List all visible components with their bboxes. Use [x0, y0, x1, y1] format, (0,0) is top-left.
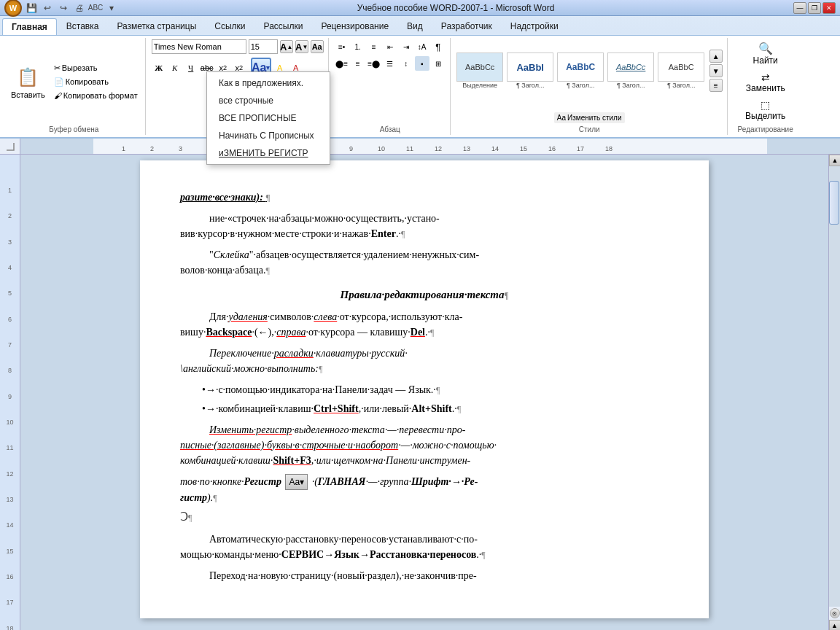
- redo-qat[interactable]: ↪: [57, 1, 70, 15]
- styles-scroll-up[interactable]: ▲: [709, 50, 723, 63]
- horizontal-ruler: (function() { const ruler = document.get…: [20, 139, 840, 155]
- select-button[interactable]: ⬚ Выделить: [745, 97, 785, 123]
- save-qat[interactable]: 💾: [25, 1, 38, 15]
- ruler-mark: 10: [378, 145, 385, 152]
- ruler-num-3: 3: [8, 238, 12, 246]
- style-default[interactable]: AaBbCс Выделение: [456, 52, 504, 89]
- style-default-preview: AaBbCс: [456, 52, 503, 82]
- select-browse-object[interactable]: ⊙: [830, 608, 840, 618]
- tab-view[interactable]: Вид: [398, 18, 432, 35]
- align-right-button[interactable]: ≡⬤: [367, 56, 381, 71]
- format-painter-button[interactable]: 🖌 Копировать формат: [51, 90, 141, 101]
- text-alt-shift: Alt+Shift: [411, 403, 451, 414]
- decrease-font-button[interactable]: A▼: [295, 40, 308, 53]
- styles-area: AaBbCс Выделение AaBbI ¶ Загол... AaBbC …: [456, 50, 723, 92]
- ruler-mark: 17: [577, 145, 584, 152]
- register-inline-button[interactable]: Aa▾: [285, 474, 308, 490]
- style-h2-label: ¶ Загол...: [567, 82, 594, 89]
- titlebar-controls[interactable]: — ❐ ✕: [793, 2, 836, 14]
- tab-developer[interactable]: Разработчик: [432, 18, 501, 35]
- tab-layout[interactable]: Разметка страницы: [108, 18, 205, 35]
- bold-button[interactable]: Ж: [152, 61, 166, 75]
- style-heading1[interactable]: AaBbI ¶ Загол...: [507, 52, 554, 89]
- abc-qat[interactable]: ABC: [89, 1, 102, 15]
- minimize-button[interactable]: —: [793, 2, 806, 14]
- text-6a: Изменить·регистр: [209, 424, 292, 435]
- style-heading2[interactable]: AaBbC ¶ Загол...: [557, 52, 604, 89]
- increase-indent-button[interactable]: ⇥: [399, 39, 413, 54]
- styles-more[interactable]: ≡: [709, 79, 723, 92]
- ruler-num-11: 11: [6, 444, 13, 451]
- print-qat[interactable]: 🖨: [73, 1, 86, 15]
- ruler-mark: 13: [463, 145, 470, 152]
- editing-content: 🔍 Найти ⇄ Заменить ⬚ Выделить: [745, 39, 785, 133]
- ribbon-content: 📋 Вставить ✂ Вырезать 📄 Копировать 🖌 Коп…: [0, 35, 840, 137]
- align-left-button[interactable]: ⬤≡: [335, 56, 349, 71]
- doc-para-6: Изменить·регистр·выделенного·текста·—·пе…: [180, 422, 669, 468]
- tab-review[interactable]: Рецензирование: [312, 18, 397, 35]
- text-7e: ·—·группа·: [365, 476, 411, 487]
- doc-para-5: Переключение·расладки·клавиатуры·русский…: [180, 346, 669, 376]
- style-heading4[interactable]: AaBbC ¶ Загол...: [658, 52, 705, 89]
- style-h4-label: ¶ Загол...: [667, 82, 695, 89]
- increase-font-button[interactable]: A▲: [280, 40, 293, 53]
- doc-para-1: разите·все·знаки): ¶: [180, 190, 669, 205]
- scroll-track[interactable]: [829, 166, 840, 607]
- document-page[interactable]: разите·все·знаки): ¶ ние·«строчек·на·абз…: [140, 160, 709, 618]
- more-qat[interactable]: ▾: [105, 1, 118, 15]
- styles-scroll-down[interactable]: ▼: [709, 64, 723, 77]
- text-6c: писные·(заглавные)·буквы·в·строчные·и·на…: [180, 440, 398, 451]
- prev-page-button[interactable]: ▲: [829, 620, 841, 630]
- tab-insert[interactable]: Вставка: [58, 18, 108, 35]
- change-case-dropdown-icon: ▾: [266, 64, 270, 71]
- show-marks-button[interactable]: ¶: [431, 39, 446, 54]
- cut-button[interactable]: ✂ Вырезать: [51, 62, 141, 74]
- font-name-input[interactable]: [152, 39, 246, 54]
- text-5a: Переключение·: [209, 348, 274, 359]
- italic-button[interactable]: К: [168, 61, 182, 75]
- find-button[interactable]: 🔍 Найти: [745, 39, 785, 68]
- underline-button[interactable]: Ч: [184, 61, 198, 75]
- menu-lowercase[interactable]: все строчные: [207, 92, 330, 109]
- text-shift-f3: Shift+F3: [273, 455, 311, 466]
- clear-format-button[interactable]: Aa: [311, 40, 324, 53]
- doc-para-9: Переход·на·новую·страницу·(новый·раздел)…: [180, 568, 669, 583]
- editing-group: 🔍 Найти ⇄ Заменить ⬚ Выделить Редактиров…: [729, 38, 802, 135]
- borders-button[interactable]: ⊞: [431, 56, 446, 71]
- text-backspace: Backspace: [206, 327, 252, 338]
- sort-button[interactable]: ↕A: [415, 39, 429, 54]
- tab-mailings[interactable]: Рассылки: [255, 18, 312, 35]
- document-scroll-area: разите·все·знаки): ¶ ние·«строчек·на·абз…: [20, 155, 828, 630]
- align-justify-button[interactable]: ☰: [383, 56, 397, 71]
- shading-button[interactable]: ▪: [415, 56, 429, 71]
- multilevel-button[interactable]: ≡: [367, 39, 381, 54]
- numbering-button[interactable]: 1.: [351, 39, 365, 54]
- scroll-thumb[interactable]: [829, 181, 839, 225]
- scroll-up-button[interactable]: ▲: [829, 155, 840, 166]
- replace-button[interactable]: ⇄ Заменить: [745, 69, 785, 96]
- menu-uppercase[interactable]: ВСЕ ПРОПИСНЫЕ: [207, 109, 330, 127]
- ruler-num-16: 16: [6, 573, 13, 580]
- tab-references[interactable]: Ссылки: [206, 18, 254, 35]
- style-heading3[interactable]: AaBbCс ¶ Загол...: [607, 52, 655, 89]
- tab-addins[interactable]: Надстройки: [502, 18, 567, 35]
- style-h3-preview: AaBbCс: [607, 52, 654, 82]
- decrease-indent-button[interactable]: ⇤: [383, 39, 397, 54]
- menu-capitalize[interactable]: Начинать С Прописных: [207, 127, 330, 144]
- paste-button[interactable]: 📋 Вставить: [7, 62, 49, 101]
- close-button[interactable]: ✕: [822, 2, 836, 14]
- menu-toggle-case[interactable]: иЗМЕНИТЬ РЕГИСТР: [207, 144, 330, 162]
- font-size-input[interactable]: [249, 39, 278, 54]
- align-center-button[interactable]: ≡: [351, 56, 365, 71]
- menu-sentence-case[interactable]: Как в предложениях.: [207, 74, 330, 92]
- titlebar-left: W 💾 ↩ ↪ 🖨 ABC ▾: [4, 0, 118, 17]
- copy-button[interactable]: 📄 Копировать: [51, 76, 141, 88]
- line-spacing-button[interactable]: ↕: [399, 56, 413, 71]
- bullets-button[interactable]: ≡•: [335, 39, 349, 54]
- change-styles-button[interactable]: Aa Изменить стили: [554, 112, 625, 123]
- office-button[interactable]: W: [4, 0, 22, 17]
- tab-home[interactable]: Главная: [2, 18, 57, 35]
- restore-button[interactable]: ❐: [808, 2, 821, 14]
- style-default-label: Выделение: [462, 82, 497, 89]
- undo-qat[interactable]: ↩: [41, 1, 54, 15]
